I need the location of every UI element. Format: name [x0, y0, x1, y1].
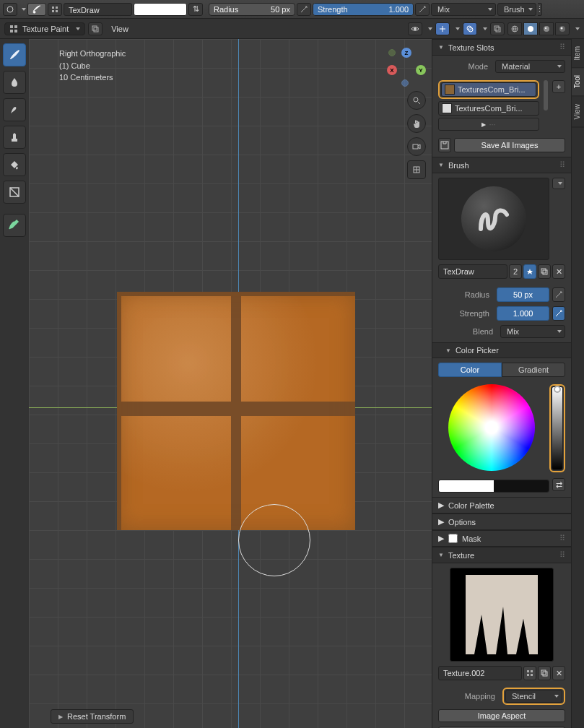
unlink-texture-icon[interactable]: ✕ — [552, 666, 565, 680]
view-menu[interactable]: View — [105, 25, 134, 33]
shading-material-icon[interactable] — [539, 22, 554, 35]
tab-item[interactable]: Item — [572, 39, 584, 68]
texture-slots-mode-select[interactable]: Material — [495, 60, 565, 73]
svg-point-24 — [414, 98, 418, 102]
zoom-gizmo-icon[interactable] — [407, 91, 426, 110]
brush-preview[interactable] — [438, 178, 549, 260]
brush-draw-icon[interactable] — [27, 3, 46, 16]
stencil-texture-shape — [466, 575, 538, 654]
svg-rect-33 — [531, 674, 533, 676]
value-slider[interactable] — [552, 386, 563, 470]
expand-icon: ▼ — [445, 347, 451, 354]
brush-radius-slider[interactable]: 50 px — [497, 287, 549, 302]
strength-pen-pressure-icon[interactable] — [415, 3, 430, 16]
editor-type-icon[interactable] — [3, 3, 17, 16]
brush-users-badge[interactable]: 2 — [509, 264, 522, 279]
mask-toggle-checkbox[interactable] — [448, 534, 458, 543]
axis-gizmo[interactable]: Z X Y — [387, 48, 426, 87]
brush-name-input[interactable]: TexDraw — [438, 264, 507, 279]
shading-solid-icon[interactable] — [523, 22, 538, 35]
color-wheel[interactable] — [448, 384, 535, 471]
texture-slot-item-1[interactable]: TexturesCom_Bri... — [438, 101, 539, 116]
unlink-brush-icon[interactable]: ✕ — [552, 264, 565, 279]
camera-gizmo-icon[interactable] — [407, 137, 426, 156]
save-all-images-button[interactable]: Save All Images — [454, 138, 565, 152]
color-swatch[interactable] — [134, 3, 187, 16]
brush-header[interactable]: ▼ Brush ⠿ — [432, 157, 571, 173]
brush-strength-slider[interactable]: 1.000 — [497, 306, 549, 321]
expand-icon: ▼ — [438, 44, 444, 51]
blend-mode-select[interactable]: Mix — [431, 3, 496, 16]
tool-smear[interactable] — [3, 98, 26, 121]
tool-draw[interactable] — [3, 43, 26, 66]
fake-user-toggle[interactable] — [523, 264, 536, 279]
gradient-tab[interactable]: Gradient — [502, 363, 565, 377]
expand-icon: ▼ — [438, 552, 444, 558]
svg-rect-35 — [543, 672, 547, 676]
texture-preview[interactable] — [450, 568, 554, 662]
chevron-down-icon — [428, 27, 432, 30]
tab-tool[interactable]: Tool — [572, 68, 584, 96]
persp-ortho-gizmo-icon[interactable] — [407, 160, 426, 179]
more-icon[interactable]: ⋮ — [538, 3, 542, 16]
tab-view[interactable]: View — [572, 97, 584, 128]
radius-slider[interactable]: Radius 50 px — [209, 3, 295, 16]
color-swap-button[interactable]: ⇄ — [552, 478, 565, 491]
texture-mapping-select[interactable]: Stencil — [505, 690, 562, 703]
svg-rect-34 — [541, 670, 546, 675]
brush-name-field[interactable]: TexDraw — [64, 3, 132, 16]
tool-fill[interactable] — [3, 153, 26, 176]
strength-pen-pressure-icon[interactable] — [552, 306, 565, 321]
gizmo-toggle-icon[interactable] — [435, 22, 450, 35]
texture-paint-mode-icon — [9, 25, 18, 33]
mask-section[interactable]: ▶ Mask ⠿ — [432, 530, 571, 547]
texture-slot-item-0[interactable]: TexturesCom_Bri... — [441, 82, 536, 97]
expand-icon: ▼ — [438, 162, 444, 168]
chevron-right-icon: ▶ — [58, 714, 63, 720]
svg-point-11 — [414, 27, 417, 30]
redo-panel[interactable]: ▶ Reset Transform — [51, 709, 134, 724]
shading-rendered-icon[interactable] — [555, 22, 570, 35]
overlays-toggle-icon[interactable] — [463, 22, 477, 35]
add-texture-slot-button[interactable]: + — [552, 80, 565, 93]
xray-toggle-icon[interactable] — [490, 22, 505, 35]
texture-slots-header[interactable]: ▼ Texture Slots ⠿ — [432, 39, 571, 56]
new-brush-icon[interactable] — [538, 264, 551, 279]
brush-popover[interactable]: Brush — [497, 3, 536, 16]
new-texture-icon[interactable] — [538, 666, 551, 680]
tool-clone[interactable] — [3, 126, 26, 149]
color-picker-header[interactable]: ▼ Color Picker — [432, 342, 571, 358]
copy-options-icon[interactable] — [88, 22, 103, 35]
radius-pen-pressure-icon[interactable] — [552, 287, 565, 302]
tool-annotate[interactable] — [3, 214, 26, 237]
texture-header[interactable]: ▼ Texture ⠿ — [432, 547, 571, 563]
tool-mask[interactable] — [3, 181, 26, 204]
svg-rect-3 — [52, 10, 54, 12]
brush-blend-select[interactable]: Mix — [500, 325, 565, 338]
color-palette-section[interactable]: ▶ Color Palette — [432, 497, 571, 514]
texture-name-input[interactable]: Texture.002 — [438, 666, 522, 680]
mode-select[interactable]: Texture Paint — [4, 22, 85, 35]
pan-gizmo-icon[interactable] — [407, 114, 426, 133]
radius-pen-pressure-icon[interactable] — [297, 3, 311, 16]
mode-bar: Texture Paint View — [0, 19, 584, 39]
strength-slider[interactable]: Strength 1.000 — [313, 3, 414, 16]
options-section[interactable]: ▶ Options — [432, 514, 571, 530]
chevron-right-icon: ▶ — [438, 517, 444, 526]
brush-add-preset-icon[interactable] — [552, 178, 565, 189]
brush-browse-icon[interactable] — [48, 3, 62, 16]
visibility-icon[interactable] — [408, 22, 422, 35]
save-image-icon[interactable] — [438, 138, 451, 152]
svg-rect-2 — [56, 6, 58, 9]
chevron-right-icon: ▶ — [481, 121, 486, 128]
image-aspect-button[interactable]: Image Aspect — [438, 709, 565, 722]
svg-point-0 — [7, 6, 13, 12]
shading-wireframe-icon[interactable] — [507, 22, 522, 35]
slot-scrollbar[interactable] — [544, 80, 548, 110]
texture-browse-icon[interactable] — [523, 666, 536, 680]
texture-slot-expand[interactable]: ▶ ··· — [438, 118, 539, 131]
color-tab[interactable]: Color — [438, 363, 502, 377]
tool-soften[interactable] — [3, 71, 26, 94]
color-swap-icon[interactable]: ⇅ — [188, 3, 203, 16]
color-swatches[interactable] — [438, 480, 549, 493]
